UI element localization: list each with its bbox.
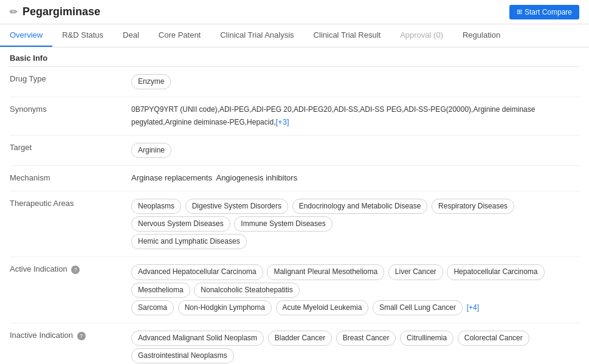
ii-tag-gi: Gastrointestinal Neoplasms bbox=[131, 348, 234, 363]
tab-rd-status[interactable]: R&D Status bbox=[52, 24, 113, 47]
drug-title: Pegargiminase bbox=[22, 5, 100, 18]
ta-tag-immune: Immune System Diseases bbox=[234, 216, 332, 232]
ii-tag-citrullinemia: Citrullinemia bbox=[400, 331, 453, 346]
ai-tag-aml: Acute Myeloid Leukemia bbox=[276, 300, 369, 315]
mechanism-row: Mechanism Arginase replacements Angiogen… bbox=[10, 166, 579, 191]
ii-tag-colorectal: Colorectal Cancer bbox=[458, 331, 529, 346]
therapeutic-areas-row: Therapeutic Areas Neoplasms Digestive Sy… bbox=[10, 191, 579, 258]
mechanism-value: Arginase replacements Angiogenesis inhib… bbox=[131, 172, 579, 185]
tab-approval[interactable]: Approval (0) bbox=[390, 24, 453, 47]
inactive-indication-row: Inactive Indication ? Advanced Malignant… bbox=[10, 323, 579, 364]
ai-tag-meso: Mesothelioma bbox=[131, 283, 190, 298]
active-indication-label: Active Indication ? bbox=[10, 263, 131, 274]
drug-type-value: Enzyme bbox=[131, 73, 579, 91]
ai-tag-nash: Nonalcoholic Steatohepatitis bbox=[194, 283, 299, 298]
active-indication-row: Active Indication ? Advanced Hepatocellu… bbox=[10, 257, 579, 323]
drug-type-row: Drug Type Enzyme bbox=[10, 67, 579, 97]
ai-tag-nhl: Non-Hodgkin Lymphoma bbox=[178, 300, 272, 315]
basic-info-header: Basic Info bbox=[10, 47, 579, 67]
active-indication-info-icon: ? bbox=[71, 266, 80, 274]
tab-core-patent[interactable]: Core Patent bbox=[149, 24, 210, 47]
therapeutic-areas-label: Therapeutic Areas bbox=[10, 197, 131, 208]
ai-tag-liver: Liver Cancer bbox=[388, 264, 443, 280]
start-compare-label: Start Compare bbox=[525, 8, 572, 16]
tab-overview[interactable]: Overview bbox=[0, 24, 52, 47]
target-row: Target Arginine bbox=[10, 136, 579, 166]
top-bar: ✏ Pegargiminase ⊞ Start Compare bbox=[0, 0, 589, 24]
synonyms-text: 0B7PYQ9YRT (UNII code),ADI-PEG,ADI-PEG 2… bbox=[131, 105, 535, 126]
active-indication-value: Advanced Hepatocellular Carcinoma Malign… bbox=[131, 263, 579, 317]
inactive-indication-info-icon: ? bbox=[77, 332, 86, 340]
ii-tag-breast: Breast Cancer bbox=[336, 331, 396, 346]
content-area: Basic Info Drug Type Enzyme Synonyms 0B7… bbox=[0, 47, 589, 364]
ai-tag-sarcoma: Sarcoma bbox=[131, 300, 174, 315]
mechanism-label: Mechanism bbox=[10, 172, 131, 182]
target-value: Arginine bbox=[131, 142, 579, 159]
ta-tag-respiratory: Respiratory Diseases bbox=[432, 199, 514, 214]
drug-type-tag: Enzyme bbox=[131, 74, 171, 89]
synonyms-value: 0B7PYQ9YRT (UNII code),ADI-PEG,ADI-PEG 2… bbox=[131, 103, 579, 129]
edit-icon: ✏ bbox=[10, 6, 18, 18]
active-indication-more-link[interactable]: [+4] bbox=[467, 303, 479, 312]
mechanism-text: Arginase replacements Angiogenesis inhib… bbox=[131, 173, 297, 182]
ai-tag-sclc: Small Cell Lung Cancer bbox=[373, 300, 463, 315]
ii-tag-bladder: Bladder Cancer bbox=[268, 331, 332, 346]
ii-tag-amsn: Advanced Malignant Solid Neoplasm bbox=[131, 331, 264, 346]
ta-tag-endocrinology: Endocrinology and Metabolic Disease bbox=[292, 199, 428, 214]
ta-tag-nervous: Nervous System Diseases bbox=[131, 216, 230, 232]
ta-tag-digestive: Digestive System Disorders bbox=[185, 199, 288, 214]
ta-tag-neoplasms: Neoplasms bbox=[131, 199, 181, 214]
ai-tag-ahc: Advanced Hepatocellular Carcinoma bbox=[131, 264, 263, 280]
top-bar-left: ✏ Pegargiminase bbox=[10, 5, 100, 18]
target-tag-arginine: Arginine bbox=[131, 143, 171, 158]
therapeutic-areas-value: Neoplasms Digestive System Disorders End… bbox=[131, 197, 579, 251]
drug-type-label: Drug Type bbox=[10, 73, 131, 83]
tab-deal[interactable]: Deal bbox=[113, 24, 149, 47]
ai-tag-mpm: Malignant Pleural Mesothelioma bbox=[267, 264, 384, 280]
synonyms-more-link[interactable]: [+3] bbox=[275, 117, 289, 126]
compare-icon: ⊞ bbox=[517, 8, 522, 16]
tab-regulation[interactable]: Regulation bbox=[453, 24, 510, 47]
ta-tag-hemic: Hemic and Lymphatic Diseases bbox=[131, 234, 247, 249]
ai-tag-hcc: Hepatocellular Carcinoma bbox=[447, 264, 544, 280]
nav-tabs: Overview R&D Status Deal Core Patent Cli… bbox=[0, 24, 589, 47]
start-compare-button[interactable]: ⊞ Start Compare bbox=[509, 5, 579, 19]
tab-clinical-trial-result[interactable]: Clinical Trial Result bbox=[304, 24, 391, 47]
target-label: Target bbox=[10, 142, 131, 152]
tab-clinical-trial-analysis[interactable]: Clinical Trial Analysis bbox=[210, 24, 303, 47]
synonyms-label: Synonyms bbox=[10, 103, 131, 114]
synonyms-row: Synonyms 0B7PYQ9YRT (UNII code),ADI-PEG,… bbox=[10, 97, 579, 136]
inactive-indication-value: Advanced Malignant Solid Neoplasm Bladde… bbox=[131, 329, 579, 364]
inactive-indication-label: Inactive Indication ? bbox=[10, 329, 131, 340]
